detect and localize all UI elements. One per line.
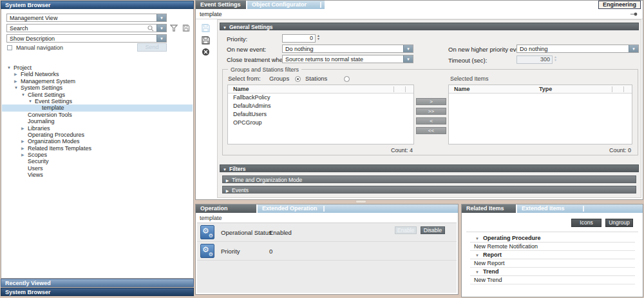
chevron-right-icon[interactable]: ▶ [21, 145, 28, 152]
chevron-down-icon[interactable]: ▼ [21, 92, 28, 98]
chevron-down-icon[interactable]: ▼ [403, 45, 413, 52]
on-new-higher-dropdown[interactable]: Do nothing ▼ [516, 45, 639, 53]
chevron-right-icon[interactable]: ▶ [21, 152, 28, 158]
disable-button[interactable]: Disable [421, 226, 445, 234]
chevron-down-icon[interactable]: ▼ [629, 45, 638, 52]
discard-icon[interactable] [202, 48, 211, 57]
related-group-header-operating-procedure[interactable]: ▼Operating Procedure [470, 234, 635, 243]
search-input[interactable]: Search ▼ [6, 24, 167, 32]
tree-item-conversion-tools[interactable]: Conversion Tools [2, 112, 193, 118]
chevron-right-icon[interactable]: ▶ [14, 71, 21, 77]
tree-item-template[interactable]: template [2, 104, 193, 111]
tree-item-field-networks[interactable]: ▶Field Networks [2, 71, 193, 77]
chevron-down-icon[interactable]: ▼ [28, 98, 35, 104]
tree-item-libraries[interactable]: ▶Libraries [2, 125, 193, 132]
list-item-opcgroup[interactable]: OPCGroup [228, 119, 413, 127]
chevron-right-icon[interactable]: ▶ [21, 138, 28, 144]
filter-icon[interactable] [170, 25, 178, 32]
save-icon[interactable] [202, 36, 211, 45]
tree-item-system-settings[interactable]: ▼System Settings [2, 84, 193, 91]
enable-button[interactable]: Enable [395, 226, 417, 234]
close-treatment-dropdown[interactable]: Source returns to normal state ▼ [282, 55, 413, 63]
filters-header[interactable]: ▼Filters [220, 164, 639, 172]
name-column-header[interactable]: Name [454, 85, 470, 94]
tree-item-label: Libraries [28, 125, 50, 132]
move-left-button[interactable]: < [416, 117, 446, 124]
tab-object-configurator[interactable]: Object Configurator [247, 1, 319, 9]
related-item-new-report[interactable]: New Report [470, 259, 635, 268]
splitter-handle[interactable] [355, 200, 366, 203]
chevron-down-icon[interactable]: ▼ [156, 14, 166, 21]
move-all-left-button[interactable]: << [416, 127, 446, 134]
tree-item-label: Scopes [28, 152, 47, 158]
groups-radio[interactable] [295, 76, 301, 82]
tree-item-users[interactable]: Users [2, 165, 193, 172]
name-column-header[interactable]: Name [233, 85, 249, 94]
send-button[interactable]: Send [137, 43, 167, 52]
gear-icon: ⚙⚙ [200, 244, 214, 258]
tab-operation[interactable]: Operation [196, 204, 256, 213]
chevron-down-icon[interactable]: ▼ [14, 84, 21, 91]
move-right-button[interactable]: > [416, 98, 446, 105]
chevron-down-icon[interactable]: ▼ [7, 65, 14, 71]
ungroup-button[interactable]: Ungroup [605, 219, 633, 227]
priority-spinner[interactable]: ▲▼ [316, 34, 321, 43]
operational-status-row[interactable]: ⚙⚙ Operational Status Enabled Enable Dis… [197, 223, 457, 242]
general-settings-header[interactable]: ▼General Settings [220, 23, 639, 30]
selected-list-header[interactable]: Name Type [449, 85, 632, 94]
list-item-fallbackpolicy[interactable]: FallbackPolicy [228, 94, 413, 102]
tree-item-security[interactable]: Security [2, 158, 193, 164]
type-column-header[interactable]: Type [539, 85, 552, 94]
tree-item-related-items-templates[interactable]: ▶Related Items Templates [2, 145, 193, 152]
on-new-higher-value: Do nothing [520, 46, 548, 53]
tree-item-operating-procedures[interactable]: Operating Procedures [2, 132, 193, 138]
chevron-down-icon[interactable]: ▼ [156, 35, 166, 42]
engineering-mode-button[interactable]: Engineering [598, 1, 641, 9]
related-item-new-remote-notification[interactable]: New Remote Notification [470, 243, 635, 251]
list-item-defaultusers[interactable]: DefaultUsers [228, 110, 413, 119]
on-new-event-dropdown[interactable]: Do nothing ▼ [282, 45, 413, 53]
view-dropdown[interactable]: Management View ▼ [6, 14, 167, 22]
column-divider [612, 86, 612, 92]
stations-radio[interactable] [344, 76, 350, 82]
chevron-right-icon[interactable]: ▶ [14, 78, 21, 84]
chevron-down-icon[interactable]: ▼ [403, 55, 413, 63]
chevron-down-icon[interactable]: ▼ [156, 25, 166, 32]
system-browser-title: System Browser [1, 1, 194, 9]
events-header[interactable]: ▶Events [222, 186, 636, 194]
tree-item-views[interactable]: Views [2, 172, 193, 178]
timeout-label: Timeout (sec): [448, 57, 487, 64]
related-group-header-trend[interactable]: ▼Trend [470, 268, 635, 276]
tree-item-project[interactable]: ▼Project [2, 65, 193, 71]
related-group-header-report[interactable]: ▼Report [470, 251, 635, 259]
recently-viewed-bar[interactable]: Recently Viewed [1, 279, 194, 287]
tab-extended-operation[interactable]: Extended Operation [258, 204, 322, 213]
tab-related-items[interactable]: Related Items [462, 204, 516, 213]
tree-item-client-settings[interactable]: ▼Client Settings [2, 92, 193, 98]
move-all-right-button[interactable]: >> [416, 108, 446, 115]
tree-item-scopes[interactable]: ▶Scopes [2, 152, 193, 158]
priority-row[interactable]: ⚙⚙ Priority 0 [197, 242, 457, 261]
selected-items-list[interactable]: Name Type [448, 84, 632, 144]
manual-navigation-checkbox[interactable] [7, 45, 12, 50]
pin-icon[interactable] [630, 12, 638, 16]
tree-item-event-settings[interactable]: ▼Event Settings [2, 98, 193, 104]
system-browser-bar[interactable]: System Browser [1, 288, 194, 296]
available-list-header[interactable]: Name [228, 85, 413, 94]
chevron-right-icon[interactable]: ▶ [21, 125, 28, 132]
icons-button[interactable]: Icons [571, 219, 601, 227]
general-settings-title: General Settings [229, 24, 273, 30]
description-dropdown[interactable]: Show Description ▼ [6, 34, 167, 43]
tree-item-management-system[interactable]: ▶Management System [2, 78, 193, 84]
tab-extended-items[interactable]: Extended Items [517, 204, 582, 213]
save-filter-icon[interactable] [182, 25, 190, 32]
available-groups-list[interactable]: Name FallbackPolicyDefaultAdminsDefaultU… [227, 84, 414, 144]
tree-item-organization-modes[interactable]: ▶Organization Modes [2, 138, 193, 144]
related-groups: ▼Operating ProcedureNew Remote Notificat… [470, 234, 635, 284]
tab-event-settings[interactable]: Event Settings [196, 1, 246, 9]
list-item-defaultadmins[interactable]: DefaultAdmins [228, 102, 413, 110]
related-item-new-trend[interactable]: New Trend [470, 276, 635, 284]
priority-input[interactable]: 0 [282, 34, 316, 43]
tree-item-journaling[interactable]: Journaling [2, 118, 193, 124]
time-org-mode-header[interactable]: ▶Time and Organization Mode [222, 175, 636, 183]
